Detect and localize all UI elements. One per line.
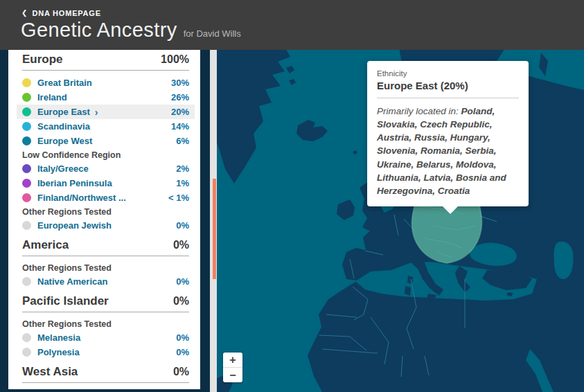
tooltip-divider bbox=[377, 98, 519, 98]
ethnicity-list-panel: Europe 100% Great Britain 30% Ireland 26… bbox=[8, 50, 200, 389]
region-label: Europe West bbox=[37, 136, 92, 146]
region-dot bbox=[22, 348, 31, 357]
caspian-sea bbox=[554, 242, 574, 279]
zoom-out-button[interactable]: − bbox=[223, 368, 242, 382]
region-label: European Jewish bbox=[37, 220, 112, 231]
region-percent: 0% bbox=[176, 220, 189, 231]
region-label: Italy/Greece bbox=[37, 163, 89, 174]
divider bbox=[22, 256, 189, 256]
region-dot bbox=[22, 78, 31, 87]
region-dot bbox=[22, 136, 31, 145]
section-label: Pacific Islander bbox=[22, 294, 109, 308]
chevron-right-icon: › bbox=[95, 107, 98, 117]
region-dot bbox=[22, 221, 31, 230]
region-label: Scandinavia bbox=[37, 121, 90, 132]
region-label: Ireland bbox=[37, 92, 67, 103]
section-percent: 100% bbox=[161, 53, 189, 66]
section-percent: 0% bbox=[173, 366, 189, 378]
back-to-dna-homepage-link[interactable]: ❮ DNA HOMEPAGE bbox=[21, 9, 101, 17]
subhead-other-regions: Other Regions Tested bbox=[22, 388, 189, 389]
region-row-italy-greece[interactable]: Italy/Greece 2% bbox=[17, 161, 195, 176]
tooltip-kicker: Ethnicity bbox=[377, 69, 519, 78]
region-label: Polynesia bbox=[37, 347, 80, 357]
tooltip-body-prefix: Primarily located in: bbox=[377, 106, 461, 116]
divider bbox=[22, 312, 189, 312]
region-row-european-jewish[interactable]: European Jewish 0% bbox=[17, 218, 195, 233]
section-percent: 0% bbox=[173, 295, 189, 308]
section-label: West Asia bbox=[22, 365, 78, 379]
page-subtitle: for David Wills bbox=[184, 28, 241, 39]
ethnicity-map[interactable]: Ethnicity Europe East (20%) Primarily lo… bbox=[217, 50, 584, 392]
subhead-other-regions: Other Regions Tested bbox=[22, 317, 189, 330]
section-header-europe[interactable]: Europe 100% bbox=[22, 53, 189, 66]
region-row-ireland[interactable]: Ireland 26% bbox=[17, 90, 195, 105]
region-row-polynesia[interactable]: Polynesia 0% bbox=[17, 345, 195, 359]
map-zoom-control: + − bbox=[223, 353, 242, 382]
subhead-low-confidence: Low Confidence Region bbox=[22, 148, 189, 161]
section-header-west-asia[interactable]: West Asia 0% bbox=[22, 365, 189, 379]
region-row-scandinavia[interactable]: Scandinavia 14% bbox=[17, 119, 195, 134]
region-label: Native American bbox=[37, 276, 107, 287]
divider bbox=[22, 70, 189, 71]
region-label: Finland/Northwest ... bbox=[37, 193, 126, 203]
region-dot bbox=[22, 122, 31, 131]
sidebar-scrollbar-track[interactable] bbox=[210, 50, 217, 392]
zoom-in-button[interactable]: + bbox=[223, 353, 242, 367]
subhead-other-regions: Other Regions Tested bbox=[22, 205, 189, 218]
region-label: Europe East bbox=[37, 107, 90, 117]
region-row-melanesia[interactable]: Melanesia 0% bbox=[17, 330, 195, 345]
region-dot bbox=[22, 277, 31, 286]
tooltip-body: Primarily located in: Poland, Slovakia, … bbox=[377, 105, 519, 197]
chevron-left-icon: ❮ bbox=[21, 10, 27, 17]
divider bbox=[22, 382, 189, 383]
subhead-other-regions: Other Regions Tested bbox=[22, 261, 189, 274]
back-link-label: DNA HOMEPAGE bbox=[32, 9, 100, 17]
region-percent: 26% bbox=[171, 92, 189, 103]
page-title: Genetic Ancestry bbox=[21, 19, 177, 42]
region-percent: < 1% bbox=[168, 193, 189, 203]
region-row-iberian-peninsula[interactable]: Iberian Peninsula 1% bbox=[17, 176, 195, 190]
page-header: ❮ DNA HOMEPAGE Genetic Ancestry for Davi… bbox=[0, 0, 584, 50]
region-percent: 14% bbox=[171, 121, 189, 132]
region-tooltip: Ethnicity Europe East (20%) Primarily lo… bbox=[367, 61, 529, 206]
region-label: Iberian Peninsula bbox=[37, 178, 112, 188]
section-percent: 0% bbox=[173, 239, 189, 251]
region-dot bbox=[22, 193, 31, 202]
sidebar-scrollbar-thumb[interactable] bbox=[213, 179, 216, 279]
region-row-europe-east-selected[interactable]: Europe East › 20% bbox=[17, 105, 195, 119]
genetic-ancestry-page: ❮ DNA HOMEPAGE Genetic Ancestry for Davi… bbox=[0, 0, 584, 392]
region-label: Melanesia bbox=[37, 332, 80, 343]
region-row-europe-west[interactable]: Europe West 6% bbox=[17, 134, 195, 148]
tooltip-body-regions: Poland, Slovakia, Czech Republic, Austri… bbox=[377, 106, 506, 196]
region-percent: 1% bbox=[176, 178, 189, 188]
region-row-great-britain[interactable]: Great Britain 30% bbox=[17, 75, 195, 90]
region-percent: 6% bbox=[176, 136, 189, 146]
tooltip-title: Europe East (20%) bbox=[377, 80, 519, 91]
region-percent: 0% bbox=[176, 276, 189, 287]
region-percent: 30% bbox=[171, 78, 189, 88]
section-header-america[interactable]: America 0% bbox=[22, 238, 189, 252]
region-dot bbox=[22, 333, 31, 342]
region-dot bbox=[22, 93, 31, 102]
region-dot bbox=[22, 179, 31, 188]
region-dot bbox=[22, 107, 31, 116]
title-row: Genetic Ancestry for David Wills bbox=[21, 19, 241, 42]
region-row-native-american[interactable]: Native American 0% bbox=[17, 274, 195, 289]
section-label: Europe bbox=[22, 53, 63, 66]
region-percent: 0% bbox=[176, 347, 189, 357]
region-row-finland-northwest[interactable]: Finland/Northwest ... < 1% bbox=[17, 190, 195, 205]
region-dot bbox=[22, 164, 31, 173]
region-percent: 20% bbox=[171, 107, 189, 117]
section-header-pacific-islander[interactable]: Pacific Islander 0% bbox=[22, 294, 189, 308]
section-label: America bbox=[22, 238, 69, 252]
region-percent: 2% bbox=[176, 163, 189, 174]
region-percent: 0% bbox=[176, 332, 189, 343]
region-label: Great Britain bbox=[37, 78, 92, 88]
